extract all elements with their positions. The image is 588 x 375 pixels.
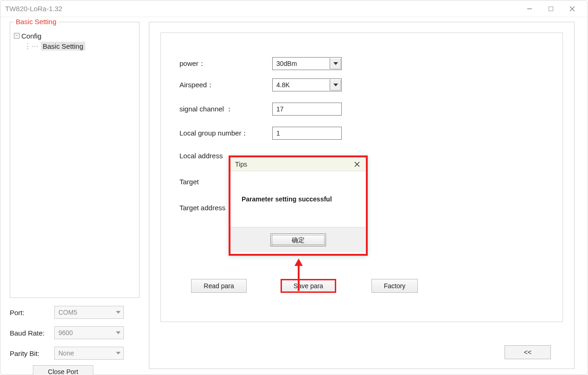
dialog-titlebar: Tips	[230, 157, 366, 171]
signal-input[interactable]: 17	[272, 103, 342, 116]
tree-fieldset: Basic Setting − Config ⋮⋯ Basic Setting	[10, 22, 140, 298]
power-select[interactable]: 30dBm	[272, 57, 342, 70]
dialog-ok-button[interactable]: 确定	[270, 233, 326, 246]
back-button[interactable]: <<	[505, 345, 551, 359]
parity-row: Parity Bit: None	[10, 347, 140, 360]
save-para-button[interactable]: Save para	[281, 279, 336, 293]
titlebar: TW820-LoRa-1.32	[0, 0, 588, 17]
baud-row: Baud Rate: 9600	[10, 326, 140, 339]
power-label: power：	[179, 59, 272, 68]
dialog-close-button[interactable]	[351, 159, 363, 169]
group-label: Local group number：	[179, 129, 272, 138]
port-row: Port: COM5	[10, 306, 140, 319]
airspeed-select[interactable]: 4.8K	[272, 78, 342, 91]
close-icon	[354, 162, 360, 167]
port-combo[interactable]: COM5	[54, 306, 124, 319]
chevron-down-icon[interactable]	[330, 58, 341, 69]
signal-value: 17	[276, 105, 284, 113]
close-icon	[569, 6, 575, 12]
close-port-button[interactable]: Close Port	[33, 365, 93, 375]
port-label: Port:	[10, 309, 54, 317]
signal-row: signal channel ： 17	[179, 103, 342, 116]
baud-value: 9600	[58, 329, 73, 336]
power-value: 30dBm	[276, 60, 297, 67]
annotation-arrow	[294, 259, 304, 292]
airspeed-label: Airspeed：	[179, 81, 272, 90]
maximize-icon	[548, 6, 554, 12]
tree-root-label: Config	[21, 32, 41, 40]
config-tree: − Config ⋮⋯ Basic Setting	[10, 22, 139, 55]
svg-rect-1	[549, 6, 553, 11]
minimize-button[interactable]	[519, 1, 540, 16]
read-para-button[interactable]: Read para	[191, 279, 247, 293]
airspeed-value: 4.8K	[276, 81, 290, 89]
parity-label: Parity Bit:	[10, 349, 54, 357]
dialog-title: Tips	[235, 161, 247, 168]
factory-button[interactable]: Factory	[371, 279, 418, 293]
group-value: 1	[276, 129, 280, 137]
power-row: power： 30dBm	[179, 57, 342, 70]
dialog-message: Parameter setting successful	[242, 195, 332, 203]
airspeed-row: Airspeed： 4.8K	[179, 78, 342, 91]
chevron-down-icon	[113, 347, 123, 359]
tree-child-row[interactable]: ⋮⋯ Basic Setting	[24, 41, 135, 51]
parity-combo[interactable]: None	[54, 347, 124, 360]
app-window: TW820-LoRa-1.32 Basic Setting − Config	[0, 0, 588, 375]
close-button[interactable]	[562, 1, 583, 16]
maximize-button[interactable]	[540, 1, 562, 16]
svg-marker-7	[294, 259, 303, 266]
chevron-down-icon	[113, 306, 123, 318]
port-value: COM5	[58, 309, 77, 316]
tree-root-row[interactable]: − Config	[14, 31, 135, 41]
dialog-footer: 确定	[230, 227, 366, 252]
baud-combo[interactable]: 9600	[54, 326, 124, 339]
left-panel: Basic Setting − Config ⋮⋯ Basic Setting …	[10, 22, 140, 369]
chevron-down-icon[interactable]	[330, 79, 341, 91]
tree-branch-icon: ⋮⋯	[24, 42, 39, 50]
tips-dialog: Tips Parameter setting successful 确定	[229, 155, 368, 256]
group-row: Local group number： 1	[179, 127, 342, 140]
group-input[interactable]: 1	[272, 127, 342, 140]
baud-label: Baud Rate:	[10, 329, 54, 337]
chevron-down-icon	[113, 327, 123, 339]
tree-legend: Basic Setting	[14, 18, 58, 26]
parity-value: None	[58, 349, 74, 357]
content-area: Basic Setting − Config ⋮⋯ Basic Setting …	[0, 17, 588, 375]
signal-label: signal channel ：	[179, 105, 272, 114]
tree-collapse-icon[interactable]: −	[14, 33, 19, 39]
minimize-icon	[527, 6, 532, 12]
window-title: TW820-LoRa-1.32	[5, 5, 62, 13]
tree-child-label: Basic Setting	[41, 42, 85, 51]
dialog-body: Parameter setting successful	[230, 171, 366, 227]
